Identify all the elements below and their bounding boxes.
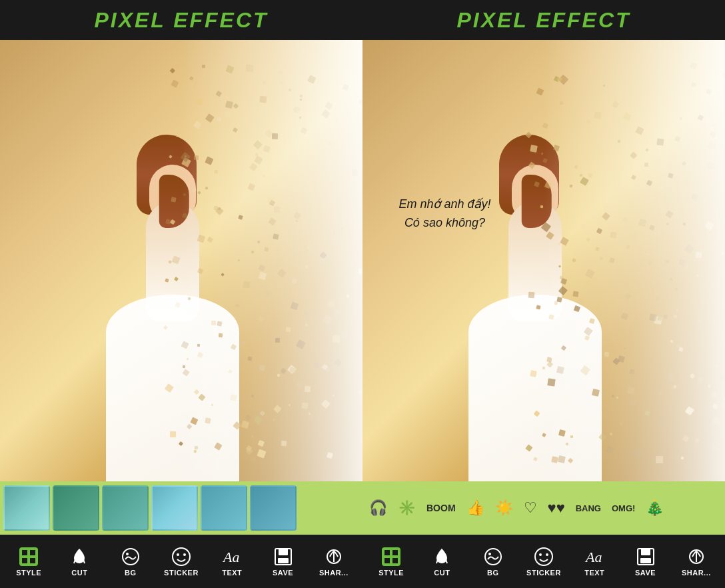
style-label: STYLE (16, 569, 41, 577)
svg-rect-16 (384, 550, 390, 555)
sticker-sparkle[interactable]: ✳️ (398, 499, 416, 517)
sticker-button[interactable]: STICKER (161, 546, 201, 577)
left-app-title: PIXEL EFFECT (94, 8, 268, 33)
right-panel: PIXEL EFFECT Em nhớ anh đấy! Có sao khôn… (362, 0, 725, 588)
text-label: TEXT (222, 569, 242, 577)
sticker-bang[interactable]: BANG (576, 503, 601, 513)
thumbnail-6[interactable] (250, 485, 297, 531)
svg-rect-3 (22, 558, 27, 563)
svg-rect-27 (641, 549, 650, 555)
svg-point-8 (177, 553, 179, 556)
right-bg-button[interactable]: BG (473, 546, 513, 577)
svg-rect-13 (278, 558, 289, 563)
share-label: SHAR... (319, 569, 349, 577)
thumbnail-1[interactable] (3, 485, 50, 531)
sticker-sun[interactable]: ☀️ (495, 499, 513, 517)
save-icon (273, 546, 294, 567)
right-cut-icon (431, 546, 452, 567)
svg-rect-1 (22, 550, 27, 555)
svg-text:Aa: Aa (584, 549, 602, 565)
right-share-icon (686, 546, 707, 567)
right-save-button[interactable]: SAVE (626, 546, 666, 577)
style-icon (18, 546, 39, 567)
svg-rect-12 (279, 549, 288, 555)
right-toolbar: STYLE CUT BG STICKER Aa T (362, 535, 725, 588)
cut-icon (69, 546, 90, 567)
right-style-button[interactable]: STYLE (371, 546, 411, 577)
save-button[interactable]: SAVE (263, 546, 303, 577)
right-text-button[interactable]: Aa TEXT (574, 546, 614, 577)
right-bg-icon (482, 546, 504, 567)
dispersion-fade (181, 40, 362, 481)
svg-point-20 (485, 549, 501, 565)
right-text-label: TEXT (584, 569, 604, 577)
right-header: PIXEL EFFECT (362, 0, 725, 40)
right-sticker-button[interactable]: STICKER (524, 546, 564, 577)
sticker-boom[interactable]: BOOM (426, 503, 456, 513)
thumbnail-3[interactable] (102, 485, 149, 531)
bg-icon (120, 546, 141, 567)
svg-point-21 (488, 553, 491, 555)
svg-point-6 (126, 553, 129, 555)
svg-point-23 (539, 553, 542, 556)
svg-rect-17 (392, 550, 398, 555)
right-text-icon: Aa (584, 546, 605, 567)
svg-rect-19 (392, 558, 398, 563)
right-dispersion-fade (544, 40, 725, 481)
right-sticker-label: STICKER (526, 569, 561, 577)
svg-rect-28 (640, 558, 651, 563)
cut-label: CUT (71, 569, 87, 577)
sticker-heart[interactable]: ♡ (524, 499, 537, 517)
thumbnail-5[interactable] (201, 485, 247, 531)
text-button[interactable]: Aa TEXT (212, 546, 252, 577)
sticker-christmas[interactable]: 🎄 (646, 499, 664, 517)
sticker-omg[interactable]: OMG! (612, 503, 635, 513)
svg-point-7 (173, 548, 190, 565)
svg-rect-18 (384, 558, 390, 563)
right-style-label: STYLE (378, 569, 404, 577)
svg-rect-2 (30, 550, 35, 555)
svg-point-9 (183, 553, 186, 556)
right-style-icon (380, 546, 402, 567)
left-image-area (0, 40, 362, 481)
sticker-icon (171, 546, 192, 567)
svg-point-5 (123, 549, 139, 565)
bg-button[interactable]: BG (111, 546, 151, 577)
left-header: PIXEL EFFECT (0, 0, 362, 40)
share-button[interactable]: SHAR... (314, 546, 354, 577)
thumbnail-strip (0, 481, 362, 535)
text-icon: Aa (221, 546, 243, 567)
share-icon (323, 546, 345, 567)
left-panel: PIXEL EFFECT ST (0, 0, 362, 588)
svg-text:Aa: Aa (222, 549, 239, 565)
right-share-button[interactable]: SHAR... (676, 546, 716, 577)
bg-label: BG (125, 569, 137, 577)
cut-button[interactable]: CUT (59, 546, 99, 577)
right-image-area: Em nhớ anh đấy! Có sao không? (362, 40, 725, 481)
left-toolbar: STYLE CUT BG STICKER Aa T (0, 535, 362, 588)
right-cut-button[interactable]: CUT (422, 546, 462, 577)
right-save-icon (635, 546, 656, 567)
save-label: SAVE (273, 569, 293, 577)
style-button[interactable]: STYLE (9, 546, 49, 577)
sticker-label: STICKER (164, 569, 199, 577)
thumbnail-2[interactable] (53, 485, 99, 531)
right-app-title: PIXEL EFFECT (456, 8, 630, 33)
sticker-strip: 🎧 ✳️ BOOM 👍 ☀️ ♡ ♥♥ BANG OMG! 🎄 (362, 481, 725, 535)
right-share-label: SHAR... (682, 569, 711, 577)
sticker-hearts[interactable]: ♥♥ (548, 499, 565, 517)
svg-rect-4 (30, 558, 35, 563)
svg-point-24 (546, 553, 548, 556)
svg-point-22 (535, 548, 552, 565)
right-bg-label: BG (487, 569, 499, 577)
right-sticker-icon (533, 546, 554, 567)
right-save-label: SAVE (635, 569, 656, 577)
sticker-thumbsup[interactable]: 👍 (466, 499, 484, 517)
sticker-headphones[interactable]: 🎧 (369, 499, 387, 517)
thumbnail-4[interactable] (151, 485, 198, 531)
right-cut-label: CUT (434, 569, 450, 577)
